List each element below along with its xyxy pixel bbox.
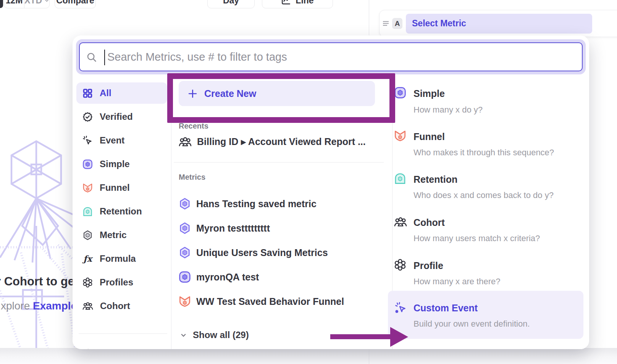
metric-list-item[interactable]: myronQA test	[179, 269, 259, 285]
category-formula[interactable]: ƒx Formula	[76, 248, 167, 269]
series-a-badge: A	[392, 18, 402, 29]
saved-metric-hexagon-icon	[179, 246, 191, 259]
date-range-segmented-control[interactable]: 12M XTD	[4, 0, 50, 8]
category-verified[interactable]: Verified	[76, 106, 167, 127]
type-retention-desc: Who does x and comes back to do y?	[413, 190, 554, 200]
search-input[interactable]	[80, 43, 582, 71]
tag-icon	[82, 348, 93, 350]
granularity-day-button[interactable]: Day	[207, 0, 255, 8]
type-profile[interactable]: Profile	[413, 260, 443, 271]
retention-icon	[394, 172, 406, 185]
saved-metric-hexagon-icon	[179, 198, 191, 210]
metric-list-item[interactable]: Hans Testing saved metric	[179, 195, 317, 212]
chart-type-line-button[interactable]: Line	[262, 0, 333, 8]
drag-handle-icon[interactable]	[383, 21, 389, 26]
type-custom-event[interactable]: Custom Event	[413, 303, 478, 314]
category-cohort[interactable]: Cohort	[76, 295, 167, 317]
decorative-wireframe-graphic	[0, 126, 76, 359]
cohort-people-icon	[82, 301, 93, 311]
sidebar-divider	[79, 333, 167, 334]
type-retention[interactable]: Retention	[413, 174, 457, 185]
category-retention[interactable]: Retention	[76, 201, 167, 222]
metrics-section-label: Metrics	[179, 173, 205, 182]
metric-list-item[interactable]: Unique Users Saving Metrics	[179, 244, 328, 261]
type-profile-desc: How many x are there?	[413, 277, 500, 287]
select-metric-button[interactable]: Select Metric	[406, 14, 592, 34]
compare-button[interactable]: Compare	[55, 0, 96, 8]
page-footer-area	[0, 348, 617, 364]
type-simple-desc: How many x do y?	[413, 105, 483, 115]
profiles-cluster-icon	[394, 259, 406, 271]
recents-metrics-divider	[174, 162, 384, 163]
category-all[interactable]: All	[76, 82, 167, 104]
category-event[interactable]: Event	[76, 130, 167, 151]
type-simple[interactable]: Simple	[413, 88, 445, 99]
category-partial-bottom[interactable]: T	[76, 343, 167, 349]
profiles-cluster-icon	[82, 277, 93, 288]
grid-icon	[82, 88, 93, 98]
background-headline-fragment: r Cohort to ge	[0, 275, 74, 288]
verified-badge-icon	[82, 112, 93, 122]
range-xtd-button[interactable]: XTD	[24, 0, 49, 8]
custom-event-highlight[interactable]	[388, 291, 583, 339]
annotation-highlight-box	[167, 73, 395, 123]
simple-icon	[82, 159, 93, 169]
type-funnel-desc: Who makes it through this sequence?	[413, 148, 554, 158]
saved-metric-hexagon-icon	[179, 222, 191, 234]
simple-icon	[179, 271, 191, 283]
type-cohort-desc: How many users match x criteria?	[413, 234, 540, 243]
chevron-down-icon	[180, 332, 187, 338]
line-chart-icon	[281, 0, 291, 5]
explore-text-fragment: xplore	[1, 300, 33, 312]
metric-list-item[interactable]: WW Test Saved Behavior Funnel	[179, 293, 344, 310]
recent-item[interactable]: Billing ID ▸ Account Viewed Report ...	[179, 133, 366, 150]
metric-hexagon-icon	[82, 230, 93, 240]
formula-fx-icon: ƒx	[82, 254, 93, 264]
type-funnel[interactable]: Funnel	[413, 131, 445, 142]
text-caret	[104, 50, 105, 65]
chevron-down-icon	[44, 0, 49, 3]
cohort-people-icon	[179, 136, 192, 147]
funnel-icon	[82, 183, 93, 193]
event-cursor-icon	[82, 135, 93, 146]
retention-icon	[82, 206, 93, 217]
funnel-icon	[179, 295, 191, 308]
annotation-arrow	[328, 325, 410, 349]
category-funnel[interactable]: Funnel	[76, 177, 167, 198]
category-profiles[interactable]: Profiles	[76, 272, 167, 293]
simple-icon	[394, 87, 406, 99]
metric-slot-card: A Select Metric	[379, 10, 617, 37]
recents-section-label: Recents	[179, 122, 208, 130]
screenshot-root: 12M XTD Compare Day Line	[0, 0, 617, 364]
clipped-dark-button-fragment	[0, 0, 3, 8]
type-custom-event-desc: Build your own event definition.	[413, 319, 530, 329]
category-simple[interactable]: Simple	[76, 153, 167, 175]
search-focus-halo	[76, 39, 586, 74]
funnel-icon	[394, 130, 406, 142]
metric-search-field[interactable]	[79, 42, 583, 71]
category-metric[interactable]: Metric	[76, 224, 167, 246]
show-all-toggle[interactable]: Show all (29)	[180, 330, 249, 340]
custom-event-spark-icon	[394, 301, 407, 314]
cohort-people-icon	[394, 216, 407, 227]
range-12m-button[interactable]: 12M	[4, 0, 24, 8]
type-cohort[interactable]: Cohort	[413, 217, 445, 228]
metric-list-item[interactable]: Myron testtttttttt	[179, 220, 270, 237]
